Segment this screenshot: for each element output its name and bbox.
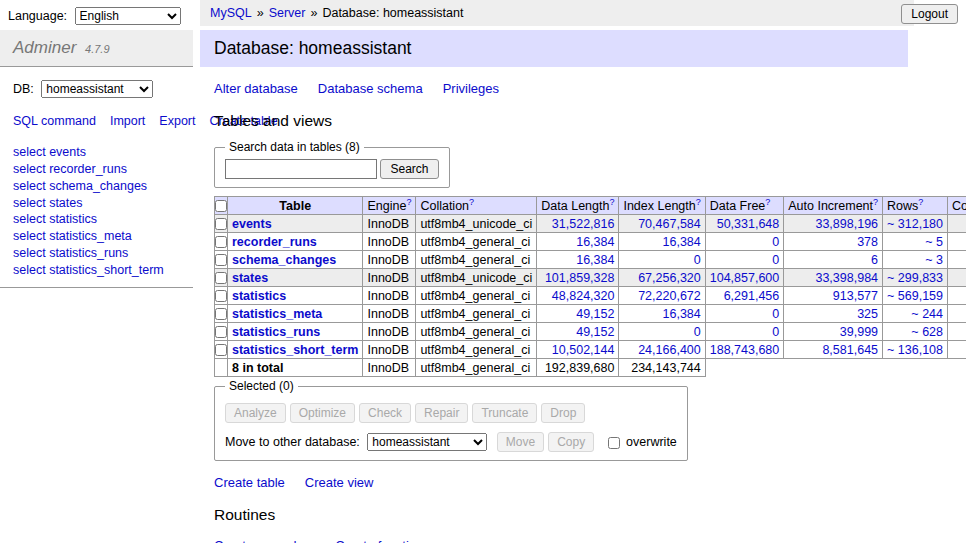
auto-increment-link[interactable]: 39,999 (840, 325, 878, 339)
search-input[interactable] (225, 159, 377, 179)
help-link[interactable]: ? (765, 197, 770, 207)
analyze-button[interactable]: Analyze (225, 403, 286, 423)
help-link[interactable]: ? (469, 197, 474, 207)
rows-link[interactable]: ~ 628 (911, 325, 943, 339)
sidebar-table-link[interactable]: select schema_changes (13, 178, 193, 195)
auto-increment-link[interactable]: 33,398,984 (815, 271, 878, 285)
auto-increment-link[interactable]: 913,577 (833, 289, 878, 303)
data-length-link[interactable]: 101,859,328 (545, 271, 615, 285)
data-free-link[interactable]: 50,331,648 (717, 217, 780, 231)
table-name-link[interactable]: statistics (232, 289, 286, 303)
auto-increment-link[interactable]: 325 (857, 307, 878, 321)
optimize-button[interactable]: Optimize (290, 403, 355, 423)
data-free-link[interactable]: 0 (772, 253, 779, 267)
index-length-link[interactable]: 24,166,400 (638, 343, 701, 357)
data-free-link[interactable]: 0 (772, 325, 779, 339)
search-button[interactable]: Search (380, 159, 438, 179)
routine-link[interactable]: Create procedure (214, 538, 315, 543)
rows-link[interactable]: ~ 5 (925, 235, 943, 249)
auto-increment-link[interactable]: 33,898,196 (815, 217, 878, 231)
db-action-link[interactable]: Alter database (214, 81, 298, 96)
index-length-link[interactable]: 0 (694, 325, 701, 339)
index-length-link[interactable]: 70,467,584 (638, 217, 701, 231)
index-length-link[interactable]: 0 (694, 253, 701, 267)
sidebar-table-link[interactable]: select statistics_runs (13, 245, 193, 262)
sidebar-table-link[interactable]: select recorder_runs (13, 161, 193, 178)
table-name-link[interactable]: schema_changes (232, 253, 336, 267)
data-length-link[interactable]: 16,384 (576, 235, 614, 249)
table-name-link[interactable]: statistics_runs (232, 325, 320, 339)
routine-link[interactable]: Create function (335, 538, 423, 543)
help-link[interactable]: ? (873, 197, 878, 207)
data-length-link[interactable]: 10,502,144 (552, 343, 615, 357)
data-free-link[interactable]: 6,291,456 (724, 289, 780, 303)
check-button[interactable]: Check (359, 403, 411, 423)
row-checkbox[interactable] (215, 308, 227, 320)
data-free-link[interactable]: 104,857,600 (710, 271, 780, 285)
data-length-link[interactable]: 49,152 (576, 307, 614, 321)
row-checkbox[interactable] (215, 290, 227, 302)
table-name-link[interactable]: states (232, 271, 268, 285)
sidebar-table-link[interactable]: select statistics (13, 211, 193, 228)
select-all-checkbox[interactable] (215, 200, 227, 212)
breadcrumb-link[interactable]: MySQL (210, 6, 252, 20)
create-link[interactable]: Create table (214, 475, 285, 490)
table-name-link[interactable]: recorder_runs (232, 235, 317, 249)
auto-increment-link[interactable]: 6 (871, 253, 878, 267)
data-length-link[interactable]: 49,152 (576, 325, 614, 339)
table-name-link[interactable]: statistics_short_term (232, 343, 358, 357)
auto-increment-link[interactable]: 8,581,645 (822, 343, 878, 357)
data-free-link[interactable]: 188,743,680 (710, 343, 780, 357)
sidebar-table-link[interactable]: select states (13, 195, 193, 212)
move-button[interactable]: Move (497, 432, 544, 452)
data-length-link[interactable]: 31,522,816 (552, 217, 615, 231)
rows-link[interactable]: ~ 244 (911, 307, 943, 321)
data-free-link[interactable]: 0 (772, 235, 779, 249)
sidebar-action-link[interactable]: Import (110, 114, 145, 128)
row-checkbox[interactable] (215, 218, 227, 230)
index-length-link[interactable]: 16,384 (663, 235, 701, 249)
create-link[interactable]: Create view (305, 475, 374, 490)
help-link[interactable]: ? (609, 197, 614, 207)
rows-link[interactable]: ~ 569,159 (887, 289, 943, 303)
data-free-link[interactable]: 0 (772, 307, 779, 321)
sidebar-action-link[interactable]: SQL command (13, 114, 96, 128)
row-checkbox[interactable] (215, 326, 227, 338)
row-checkbox[interactable] (215, 254, 227, 266)
copy-button[interactable]: Copy (548, 432, 594, 452)
breadcrumb-link[interactable]: Server (269, 6, 306, 20)
rows-link[interactable]: ~ 136,108 (887, 343, 943, 357)
table-name-link[interactable]: statistics_meta (232, 307, 322, 321)
index-length-link[interactable]: 72,220,672 (638, 289, 701, 303)
drop-button[interactable]: Drop (541, 403, 585, 423)
row-checkbox[interactable] (215, 344, 227, 356)
truncate-button[interactable]: Truncate (472, 403, 537, 423)
index-length-link[interactable]: 16,384 (663, 307, 701, 321)
data-length-link[interactable]: 48,824,320 (552, 289, 615, 303)
logout-button[interactable]: Logout (901, 4, 958, 24)
db-action-link[interactable]: Database schema (318, 81, 423, 96)
sidebar-table-link[interactable]: select statistics_short_term (13, 262, 193, 279)
rows-link[interactable]: ~ 299,833 (887, 271, 943, 285)
sidebar-table-link[interactable]: select statistics_meta (13, 228, 193, 245)
row-checkbox[interactable] (215, 272, 227, 284)
help-link[interactable]: ? (406, 197, 411, 207)
help-link[interactable]: ? (918, 197, 923, 207)
data-length-link[interactable]: 16,384 (576, 253, 614, 267)
db-select[interactable]: homeassistant (41, 80, 153, 98)
index-length-link[interactable]: 67,256,320 (638, 271, 701, 285)
overwrite-checkbox[interactable] (608, 437, 620, 449)
help-link[interactable]: ? (696, 197, 701, 207)
sidebar-table-link[interactable]: select events (13, 144, 193, 161)
move-db-select[interactable]: homeassistant (367, 433, 487, 451)
auto-increment-link[interactable]: 378 (857, 235, 878, 249)
table-name-link[interactable]: events (232, 217, 272, 231)
repair-button[interactable]: Repair (415, 403, 468, 423)
row-checkbox[interactable] (215, 236, 227, 248)
db-action-link[interactable]: Privileges (443, 81, 499, 96)
rows-link[interactable]: ~ 3 (925, 253, 943, 267)
rows-link[interactable]: ~ 312,180 (887, 217, 943, 231)
overwrite-option[interactable]: overwrite (608, 435, 677, 449)
sidebar-action-link[interactable]: Export (159, 114, 195, 128)
language-select[interactable]: English (75, 7, 181, 25)
